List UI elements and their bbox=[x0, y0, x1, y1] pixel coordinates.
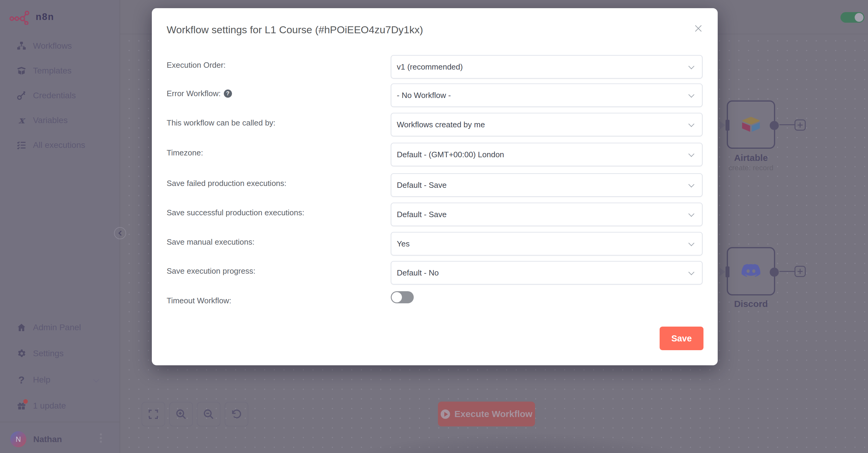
execute-workflow-button[interactable]: Execute Workflow bbox=[438, 401, 535, 426]
fit-view-icon bbox=[148, 409, 159, 420]
chevron-down-icon bbox=[93, 377, 99, 383]
save-manual-select[interactable]: Yes bbox=[391, 232, 703, 256]
chevron-down-icon bbox=[688, 63, 694, 69]
called-by-select[interactable]: Workflows created by me bbox=[391, 113, 703, 136]
home-icon bbox=[17, 323, 26, 332]
node-input-port[interactable] bbox=[725, 120, 730, 131]
sidebar-item-label: 1 update bbox=[33, 401, 66, 411]
field-label-save-successful: Save successful production executions: bbox=[167, 208, 304, 218]
gift-icon bbox=[17, 401, 26, 411]
field-label-save-progress: Save execution progress: bbox=[167, 266, 255, 276]
chevron-down-icon bbox=[688, 182, 694, 188]
n8n-logo[interactable]: n8n bbox=[8, 9, 54, 25]
sidebar-item-credentials[interactable]: Credentials bbox=[0, 85, 120, 106]
sidebar-item-all-executions[interactable]: All executions bbox=[0, 134, 120, 156]
node-subtitle: create: record bbox=[715, 164, 787, 172]
gear-icon bbox=[17, 349, 26, 358]
modal-title: Workflow settings for L1 Course (#hPOiEE… bbox=[167, 24, 423, 36]
field-label-error-workflow: Error Workflow: ? bbox=[167, 89, 232, 98]
add-node-button[interactable] bbox=[795, 120, 806, 131]
zoom-in-button[interactable] bbox=[169, 402, 193, 426]
chevron-down-icon bbox=[688, 240, 694, 246]
field-label-called-by: This workflow can be called by: bbox=[167, 118, 276, 128]
save-button[interactable]: Save bbox=[660, 327, 704, 350]
workflow-settings-modal: Workflow settings for L1 Course (#hPOiEE… bbox=[152, 8, 718, 365]
timeout-workflow-toggle[interactable] bbox=[391, 291, 414, 303]
chevron-left-icon bbox=[118, 231, 123, 236]
fit-view-button[interactable] bbox=[142, 402, 165, 426]
checklist-icon bbox=[17, 140, 26, 150]
node-input-port[interactable] bbox=[725, 266, 730, 277]
user-name: Nathan bbox=[33, 434, 62, 444]
sidebar-item-label: All executions bbox=[33, 140, 85, 150]
chevron-down-icon bbox=[688, 92, 694, 98]
node-output-port[interactable] bbox=[770, 121, 779, 130]
select-value: Default - Save bbox=[397, 210, 447, 219]
connector-line bbox=[779, 124, 795, 125]
node-airtable[interactable] bbox=[727, 100, 775, 149]
sidebar-item-label: Help bbox=[33, 375, 51, 385]
toggle-knob bbox=[392, 292, 402, 302]
save-failed-select[interactable]: Default - Save bbox=[391, 173, 703, 197]
sidebar-item-label: Admin Panel bbox=[33, 323, 81, 332]
input-arrow-icon bbox=[719, 121, 725, 129]
sidebar-item-label: Variables bbox=[33, 116, 68, 125]
node-title: Airtable bbox=[715, 153, 787, 163]
node-title: Discord bbox=[715, 299, 787, 309]
node-discord[interactable] bbox=[727, 247, 775, 295]
input-arrow-icon bbox=[719, 268, 725, 276]
sitemap-icon bbox=[17, 41, 26, 51]
error-workflow-select[interactable]: - No Workflow - bbox=[391, 84, 703, 107]
select-value: Yes bbox=[397, 239, 409, 249]
connector-line bbox=[779, 271, 795, 272]
sidebar-item-label: Workflows bbox=[33, 41, 72, 51]
sidebar-item-admin-panel[interactable]: Admin Panel bbox=[0, 317, 120, 338]
save-progress-select[interactable]: Default - No bbox=[391, 261, 703, 285]
brand-name: n8n bbox=[36, 11, 54, 22]
sidebar-item-label: Templates bbox=[33, 66, 72, 75]
chevron-down-icon bbox=[688, 151, 694, 157]
close-icon[interactable] bbox=[694, 24, 703, 33]
reset-zoom-button[interactable] bbox=[225, 402, 248, 426]
execute-workflow-label: Execute Workflow bbox=[455, 409, 533, 419]
field-label-execution-order: Execution Order: bbox=[167, 61, 226, 70]
sidebar-item-variables[interactable]: x Variables bbox=[0, 109, 120, 131]
timezone-select[interactable]: Default - (GMT+00:00) London bbox=[391, 143, 703, 166]
discord-logo-icon bbox=[741, 264, 761, 279]
sidebar-item-help[interactable]: ? Help bbox=[0, 369, 120, 391]
select-value: v1 (recommended) bbox=[397, 62, 463, 72]
zoom-in-icon bbox=[176, 409, 187, 420]
select-value: - No Workflow - bbox=[397, 91, 451, 100]
help-icon[interactable]: ? bbox=[224, 90, 232, 98]
node-output-port[interactable] bbox=[770, 268, 779, 277]
variable-icon: x bbox=[17, 116, 26, 125]
zoom-out-button[interactable] bbox=[197, 402, 220, 426]
n8n-logo-icon bbox=[8, 9, 31, 25]
sidebar: n8n Workflows Templates Credentials x Va… bbox=[0, 0, 120, 453]
field-label-save-failed: Save failed production executions: bbox=[167, 179, 286, 188]
sidebar-item-settings[interactable]: Help Settings bbox=[0, 343, 120, 364]
avatar[interactable]: N bbox=[10, 431, 26, 447]
avatar-initial: N bbox=[16, 435, 21, 444]
add-node-button[interactable] bbox=[795, 266, 806, 277]
execution-order-select[interactable]: v1 (recommended) bbox=[391, 55, 703, 78]
sidebar-item-updates[interactable]: 1 update bbox=[0, 395, 120, 417]
box-icon bbox=[17, 66, 26, 75]
sidebar-item-templates[interactable]: Templates bbox=[0, 60, 120, 82]
update-badge bbox=[23, 399, 28, 404]
select-value: Default - (GMT+00:00) London bbox=[397, 150, 504, 159]
field-label-timeout-workflow: Timeout Workflow: bbox=[167, 296, 231, 305]
workflow-active-toggle[interactable] bbox=[840, 12, 864, 23]
chevron-down-icon bbox=[688, 121, 694, 127]
chevron-down-icon bbox=[688, 211, 694, 217]
field-label-save-manual: Save manual executions: bbox=[167, 237, 255, 247]
reset-zoom-icon bbox=[231, 409, 242, 420]
user-menu-button[interactable] bbox=[100, 433, 102, 443]
sidebar-item-workflows[interactable]: Workflows bbox=[0, 35, 120, 57]
select-value: Workflows created by me bbox=[397, 120, 485, 129]
airtable-logo-icon bbox=[741, 117, 761, 133]
field-label-timezone: Timezone: bbox=[167, 148, 203, 158]
save-successful-select[interactable]: Default - Save bbox=[391, 203, 703, 226]
question-icon: ? bbox=[17, 375, 26, 385]
collapse-sidebar-button[interactable] bbox=[114, 227, 126, 239]
